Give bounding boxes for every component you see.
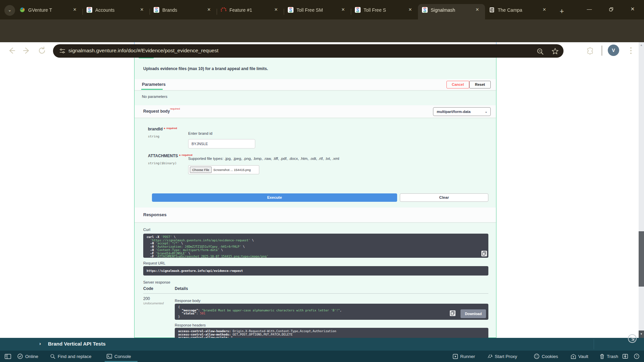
close-window-button[interactable]: ✕: [625, 3, 641, 16]
reload-button[interactable]: [38, 46, 46, 55]
tab-toll-free-1[interactable]: S Toll Free SM ✕: [284, 4, 351, 19]
copy-curl-button[interactable]: [481, 251, 487, 256]
close-icon[interactable]: ✕: [407, 7, 413, 13]
cookies-label: Cookies: [542, 354, 558, 359]
close-icon[interactable]: ✕: [273, 7, 279, 13]
required-star: *: [179, 154, 180, 158]
find-and-replace-button[interactable]: Find and replace: [50, 351, 92, 362]
sidebar-toggle-button[interactable]: [5, 351, 11, 362]
campaign-favicon: [489, 7, 495, 13]
scrollbar-thumb[interactable]: [639, 231, 644, 287]
cancel-button[interactable]: Cancel: [446, 81, 469, 88]
tab-signalmash-active[interactable]: S Signalmash ✕: [418, 4, 485, 19]
field-name-brandid: brandId * required: [148, 127, 177, 131]
close-icon[interactable]: ✕: [340, 7, 346, 13]
trash-icon: [600, 354, 604, 359]
request-body-header: Request body required multipart/form-dat…: [135, 105, 496, 118]
tab-parameters[interactable]: Parameters: [142, 82, 166, 87]
tab-search-button[interactable]: ⌄: [4, 5, 15, 16]
runner-icon: [453, 354, 458, 359]
two-pane-button[interactable]: [623, 351, 628, 362]
close-icon[interactable]: ✕: [72, 7, 78, 13]
two-pane-icon: [623, 354, 628, 359]
collection-panel[interactable]: › Brand Vertical API Tests: [0, 338, 644, 351]
url-path: /doc/#/Evidence/post_evidence_request: [126, 48, 218, 53]
new-tab-button[interactable]: +: [557, 7, 567, 17]
tab-label: Feature #1: [229, 7, 269, 13]
site-settings-icon[interactable]: [59, 48, 66, 56]
tab-accounts[interactable]: S Accounts ✕: [83, 4, 150, 19]
curl-line: 'https://signalmash.gventure.info/api/ev…: [147, 239, 485, 242]
request-url-label: Request URL: [143, 261, 165, 265]
browser-tab-bar: ⌄ GVenture T ✕ S Accounts ✕ S Brands ✕: [0, 0, 644, 19]
tab-gventure[interactable]: GVenture T ✕: [15, 4, 83, 19]
tab-label: The Campa: [498, 7, 537, 13]
scrollbar-track[interactable]: [639, 42, 644, 338]
field-type-attachments: string($binary): [148, 161, 177, 165]
search-icon: [50, 354, 55, 359]
copy-response-button[interactable]: [450, 310, 455, 316]
close-icon[interactable]: ✕: [474, 7, 480, 13]
active-tab-underline: [141, 89, 163, 90]
response-body-line: "status": 501: [178, 312, 485, 315]
runner-label: Runner: [460, 354, 475, 359]
choose-file-button[interactable]: Choose File: [190, 167, 212, 173]
extensions-icon[interactable]: [586, 47, 594, 57]
tab-toll-free-2[interactable]: S Toll Free S ✕: [351, 4, 418, 19]
scroll-indicator-icon[interactable]: [628, 334, 637, 343]
field-hint-brandid: Enter brand id: [188, 131, 212, 135]
reset-button[interactable]: Reset: [469, 81, 491, 88]
status-bar: Online Find and replace Console Runner S…: [0, 351, 644, 362]
tab-feature[interactable]: Feature #1 ✕: [217, 4, 284, 19]
tab-brands[interactable]: S Brands ✕: [150, 4, 217, 19]
menu-kebab-icon[interactable]: [630, 47, 632, 56]
url-domain: signalmash.gventure.info: [68, 48, 126, 53]
chosen-file-name: Screenshot ... 154415.png: [213, 168, 251, 172]
console-icon: [107, 354, 112, 359]
feature-favicon: [221, 7, 226, 13]
curl-code-block[interactable]: curl -X 'POST' \ 'https://signalmash.gve…: [143, 234, 488, 258]
forward-button[interactable]: [22, 46, 31, 55]
gventure-favicon: [19, 7, 25, 13]
execute-button[interactable]: Execute: [152, 193, 397, 202]
file-input[interactable]: Choose File Screenshot ... 154415.png: [188, 165, 259, 174]
console-button[interactable]: Console: [107, 351, 131, 362]
content-type-select[interactable]: multipart/form-data ⌄: [433, 107, 491, 116]
help-icon: ?: [634, 354, 639, 359]
scrollbar-up-arrow[interactable]: ▲: [639, 42, 644, 48]
avatar[interactable]: V: [608, 45, 619, 56]
close-icon[interactable]: ✕: [541, 7, 547, 13]
minimize-button[interactable]: —: [581, 3, 597, 16]
tab-label: Signalmash: [431, 7, 470, 13]
chevron-right-icon[interactable]: ›: [39, 341, 41, 346]
vault-icon: [571, 354, 576, 359]
request-url-value: https://signalmash.gventure.info/api/evi…: [147, 269, 243, 273]
tab-label: Brands: [162, 7, 202, 13]
chevron-down-icon: ⌄: [8, 7, 12, 12]
zoom-out-icon[interactable]: [537, 48, 544, 57]
content-type-value: multipart/form-data: [437, 110, 471, 114]
scrollbar-down-arrow[interactable]: ▼: [639, 330, 644, 338]
brandid-input[interactable]: BYJNSLE: [188, 139, 255, 148]
online-label: Online: [25, 354, 38, 359]
maximize-button[interactable]: [603, 3, 619, 16]
runner-button[interactable]: Runner: [453, 351, 475, 362]
response-body-line: }: [178, 315, 485, 319]
vault-button[interactable]: Vault: [571, 351, 588, 362]
back-button[interactable]: [7, 46, 16, 55]
tab-campaign[interactable]: The Campa ✕: [485, 4, 552, 19]
collection-title[interactable]: Brand Vertical API Tests: [48, 341, 106, 347]
url-text[interactable]: signalmash.gventure.info/doc/#/Evidence/…: [68, 48, 218, 54]
close-icon[interactable]: ✕: [206, 7, 212, 13]
clear-button[interactable]: Clear: [400, 193, 488, 202]
chevron-down-icon: ⌄: [485, 108, 487, 116]
start-proxy-button[interactable]: Start Proxy: [487, 351, 517, 362]
close-icon[interactable]: ✕: [139, 7, 145, 13]
bookmark-star-icon[interactable]: [551, 48, 559, 56]
download-button[interactable]: Download: [461, 309, 486, 318]
online-status[interactable]: Online: [17, 351, 38, 362]
help-button[interactable]: ?: [634, 351, 639, 362]
cookies-button[interactable]: Cookies: [534, 351, 558, 362]
console-label: Console: [114, 354, 131, 359]
trash-button[interactable]: Trash: [600, 351, 618, 362]
